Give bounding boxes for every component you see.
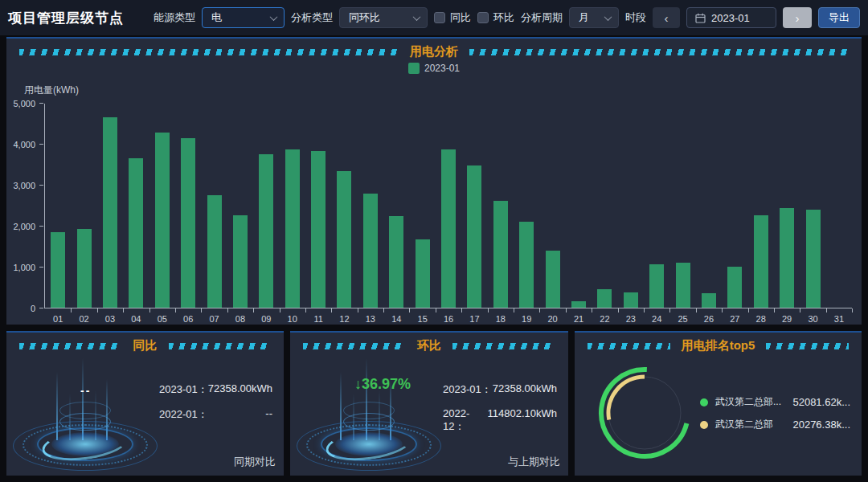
x-tick-label: 31 xyxy=(820,314,858,324)
ranking-legend-row[interactable]: 武汉第二总部... 52081.62k... xyxy=(700,395,850,409)
bar-18[interactable]: 18 xyxy=(488,104,514,308)
bar-26[interactable]: 26 xyxy=(696,104,722,308)
bar-08[interactable]: 08 xyxy=(227,104,253,308)
prev-period-button[interactable]: ‹ xyxy=(653,7,680,28)
bar-23[interactable]: 23 xyxy=(618,104,644,308)
mom-checkbox-label: 环比 xyxy=(493,10,514,25)
legend-dot-icon xyxy=(700,421,708,429)
bar-04[interactable]: 04 xyxy=(123,104,149,308)
yoy-footer-caption: 同期对比 xyxy=(234,455,276,469)
ranking-value: 52081.62k... xyxy=(792,396,850,408)
legend-dot-icon xyxy=(700,398,708,406)
analysis-type-label: 分析类型 xyxy=(291,10,333,25)
bar-30[interactable]: 30 xyxy=(800,104,825,308)
mom-panel: 环比 ↓36.97% 2023-01： 72358.00kWh 2022-12：… xyxy=(290,331,568,476)
bar-10[interactable]: 10 xyxy=(280,104,305,308)
bar-03[interactable]: 03 xyxy=(97,104,123,308)
bar-01[interactable]: 01 xyxy=(45,104,71,308)
energy-type-select[interactable]: 电 xyxy=(202,7,285,28)
bar-29[interactable]: 29 xyxy=(774,104,800,308)
chevron-down-icon xyxy=(270,13,278,21)
period-select[interactable]: 月 xyxy=(569,7,619,28)
stripe-decoration xyxy=(169,343,272,349)
bar-13[interactable]: 13 xyxy=(358,104,383,308)
bar-rect xyxy=(259,154,273,308)
panel-header: 同比 xyxy=(6,333,284,353)
panel-header: 环比 xyxy=(290,333,568,353)
bar-16[interactable]: 16 xyxy=(436,104,461,308)
bar-rect xyxy=(519,222,534,308)
compare-period-value: 72358.00kWh xyxy=(208,382,272,397)
bar-12[interactable]: 12 xyxy=(331,104,357,308)
bar-14[interactable]: 14 xyxy=(383,104,409,308)
bar-rect xyxy=(363,194,378,308)
mom-checkbox[interactable] xyxy=(477,12,489,23)
compare-period-value: 72358.00kWh xyxy=(493,382,557,397)
period-label: 分析周期 xyxy=(521,10,563,25)
export-button[interactable]: 导出 xyxy=(818,7,860,28)
yoy-checkbox-group: 同比 xyxy=(434,10,471,25)
bar-27[interactable]: 27 xyxy=(722,104,747,308)
bar-rect xyxy=(441,149,456,308)
bar-22[interactable]: 22 xyxy=(592,104,617,308)
stripe-decoration xyxy=(469,49,849,55)
bar-21[interactable]: 21 xyxy=(566,104,592,308)
bar-rect xyxy=(624,292,638,308)
stripe-decoration xyxy=(766,343,849,349)
yoy-checkbox[interactable] xyxy=(434,12,445,23)
bar-05[interactable]: 05 xyxy=(149,104,175,308)
bar-rect xyxy=(416,239,430,308)
bar-rect xyxy=(207,195,222,308)
date-value: 2023-01 xyxy=(711,12,750,24)
page-title: 项目管理层级节点 xyxy=(8,9,124,27)
panel-header: 用电分析 xyxy=(6,39,862,59)
yoy-delta-value: -- xyxy=(80,384,91,397)
y-tick-mark xyxy=(39,226,43,227)
y-tick-mark xyxy=(39,185,43,186)
bar-11[interactable]: 11 xyxy=(305,104,331,308)
y-axis: 01,0002,0003,0004,0005,000 xyxy=(6,104,44,308)
chart-legend[interactable]: 2023-01 xyxy=(6,63,862,74)
bar-24[interactable]: 24 xyxy=(644,104,669,308)
chevron-right-icon: › xyxy=(796,12,800,24)
bar-28[interactable]: 28 xyxy=(748,104,774,308)
stripe-decoration xyxy=(19,343,122,349)
bar-rect xyxy=(77,229,92,308)
bar-07[interactable]: 07 xyxy=(201,104,227,308)
compare-period-label: 2022-12： xyxy=(443,407,488,434)
bar-rect xyxy=(754,215,768,308)
analysis-type-select[interactable]: 同环比 xyxy=(339,7,428,28)
bar-25[interactable]: 25 xyxy=(669,104,695,308)
legend-swatch xyxy=(408,63,420,74)
compare-row: 2022-01： -- xyxy=(159,407,272,422)
bar-rect xyxy=(285,149,300,308)
compare-period-value: 114802.10kWh xyxy=(488,407,558,434)
bar-rect xyxy=(389,216,403,308)
bar-09[interactable]: 09 xyxy=(253,104,279,308)
bar-06[interactable]: 06 xyxy=(175,104,201,308)
bar-rect xyxy=(181,138,195,308)
export-button-label: 导出 xyxy=(829,10,850,25)
bar-rect xyxy=(311,151,326,308)
next-period-button[interactable]: › xyxy=(783,7,812,28)
compare-period-label: 2022-01： xyxy=(159,407,208,422)
compare-period-label: 2023-01： xyxy=(443,382,492,397)
date-picker[interactable]: 2023-01 xyxy=(686,7,776,28)
bar-02[interactable]: 02 xyxy=(71,104,96,308)
bar-20[interactable]: 20 xyxy=(539,104,565,308)
stripe-decoration xyxy=(303,343,406,349)
bar-rect xyxy=(649,264,664,308)
ranking-donut-chart[interactable] xyxy=(584,360,713,472)
y-tick-mark xyxy=(39,144,43,145)
energy-type-value: 电 xyxy=(211,10,222,25)
time-range-label: 时段 xyxy=(625,10,646,25)
ranking-legend-row[interactable]: 武汉第二总部 20276.38k... xyxy=(700,418,850,431)
analysis-type-value: 同环比 xyxy=(349,10,380,25)
bar-17[interactable]: 17 xyxy=(461,104,487,308)
ranking-value: 20276.38k... xyxy=(792,419,850,431)
bar-31[interactable]: 31 xyxy=(826,104,852,308)
bar-rect xyxy=(467,165,481,308)
bar-15[interactable]: 15 xyxy=(409,104,435,308)
panel-title: 用电分析 xyxy=(410,44,458,59)
bar-19[interactable]: 19 xyxy=(514,104,539,308)
